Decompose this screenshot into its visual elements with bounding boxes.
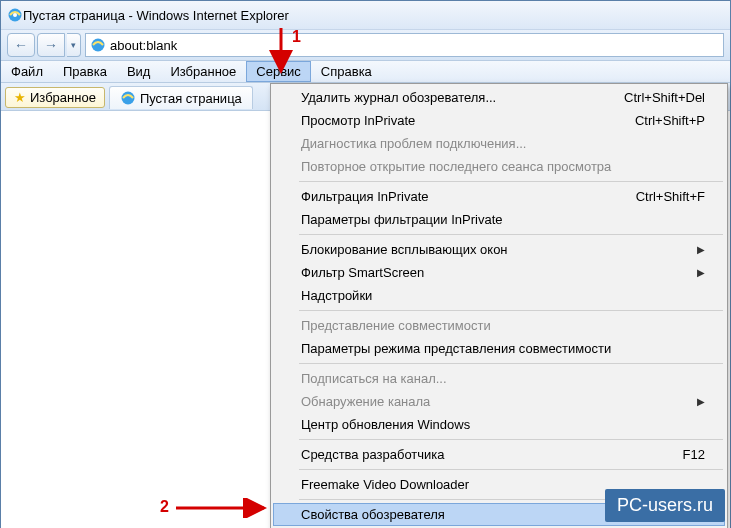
menu-separator	[299, 363, 723, 364]
address-bar[interactable]	[85, 33, 724, 57]
window-title: Пустая страница - Windows Internet Explo…	[23, 8, 289, 23]
menu-item-label: Подписаться на канал...	[301, 371, 447, 386]
menu-separator	[299, 469, 723, 470]
url-input[interactable]	[110, 38, 719, 53]
menu-item-shortcut: Ctrl+Shift+Del	[624, 90, 705, 105]
menu-item[interactable]: Надстройки	[273, 284, 725, 307]
menu-item[interactable]: Фильтрация InPrivateCtrl+Shift+F	[273, 185, 725, 208]
favorites-label: Избранное	[30, 90, 96, 105]
forward-button[interactable]: →	[37, 33, 65, 57]
svg-point-1	[13, 13, 17, 17]
menu-item-label: Фильтр SmartScreen	[301, 265, 424, 280]
annotation-number-1: 1	[292, 28, 301, 46]
menu-item[interactable]: Фильтр SmartScreen▶	[273, 261, 725, 284]
menubar: ФайлПравкаВидИзбранноеСервисСправка	[1, 61, 730, 83]
menu-item-label: Параметры фильтрации InPrivate	[301, 212, 503, 227]
menu-item-label: Повторное открытие последнего сеанса про…	[301, 159, 611, 174]
menu-item[interactable]: Блокирование всплывающих окон▶	[273, 238, 725, 261]
menu-item-label: Просмотр InPrivate	[301, 113, 415, 128]
menu-сервис[interactable]: Сервис	[246, 61, 311, 82]
menu-item-label: Параметры режима представления совместим…	[301, 341, 611, 356]
ie-logo-icon	[7, 7, 23, 23]
service-menu-dropdown: Удалить журнал обозревателя...Ctrl+Shift…	[270, 83, 728, 528]
titlebar[interactable]: Пустая страница - Windows Internet Explo…	[1, 1, 730, 29]
menu-item-label: Надстройки	[301, 288, 372, 303]
menu-item-label: Диагностика проблем подключения...	[301, 136, 526, 151]
submenu-arrow-icon: ▶	[697, 267, 705, 278]
menu-item-label: Фильтрация InPrivate	[301, 189, 429, 204]
menu-item[interactable]: Удалить журнал обозревателя...Ctrl+Shift…	[273, 86, 725, 109]
menu-item-shortcut: Ctrl+Shift+P	[635, 113, 705, 128]
menu-справка[interactable]: Справка	[311, 61, 382, 82]
menu-item-label: Обнаружение канала	[301, 394, 430, 409]
menu-item[interactable]: Параметры фильтрации InPrivate	[273, 208, 725, 231]
menu-separator	[299, 234, 723, 235]
menu-separator	[299, 439, 723, 440]
menu-item: Обнаружение канала▶	[273, 390, 725, 413]
menu-separator	[299, 310, 723, 311]
menu-item[interactable]: Параметры режима представления совместим…	[273, 337, 725, 360]
navbar: ← → ▾	[1, 29, 730, 61]
menu-item[interactable]: Центр обновления Windows	[273, 413, 725, 436]
tab-icon	[120, 90, 136, 106]
menu-item-shortcut: F12	[683, 447, 705, 462]
menu-item: Диагностика проблем подключения...	[273, 132, 725, 155]
menu-item-label: Freemake Video Downloader	[301, 477, 469, 492]
menu-item-shortcut: Ctrl+Shift+F	[636, 189, 705, 204]
menu-правка[interactable]: Правка	[53, 61, 117, 82]
submenu-arrow-icon: ▶	[697, 244, 705, 255]
menu-избранное[interactable]: Избранное	[160, 61, 246, 82]
menu-item-label: Средства разработчика	[301, 447, 445, 462]
watermark: PC-users.ru	[605, 489, 725, 522]
menu-item-label: Свойства обозревателя	[301, 507, 445, 522]
menu-separator	[299, 181, 723, 182]
page-icon	[90, 37, 106, 53]
menu-вид[interactable]: Вид	[117, 61, 161, 82]
browser-tab[interactable]: Пустая страница	[109, 86, 253, 109]
favorites-button[interactable]: ★ Избранное	[5, 87, 105, 108]
menu-item-label: Представление совместимости	[301, 318, 491, 333]
menu-item[interactable]: Просмотр InPrivateCtrl+Shift+P	[273, 109, 725, 132]
annotation-number-2: 2	[160, 498, 169, 516]
menu-файл[interactable]: Файл	[1, 61, 53, 82]
menu-item-label: Блокирование всплывающих окон	[301, 242, 508, 257]
menu-item: Повторное открытие последнего сеанса про…	[273, 155, 725, 178]
tab-title: Пустая страница	[140, 91, 242, 106]
menu-item: Представление совместимости	[273, 314, 725, 337]
menu-item-label: Удалить журнал обозревателя...	[301, 90, 496, 105]
nav-history-dropdown[interactable]: ▾	[67, 33, 81, 57]
star-icon: ★	[14, 90, 26, 105]
back-button[interactable]: ←	[7, 33, 35, 57]
menu-item[interactable]: Средства разработчикаF12	[273, 443, 725, 466]
menu-item: Подписаться на канал...	[273, 367, 725, 390]
submenu-arrow-icon: ▶	[697, 396, 705, 407]
menu-item-label: Центр обновления Windows	[301, 417, 470, 432]
nav-arrows: ← → ▾	[7, 33, 81, 57]
